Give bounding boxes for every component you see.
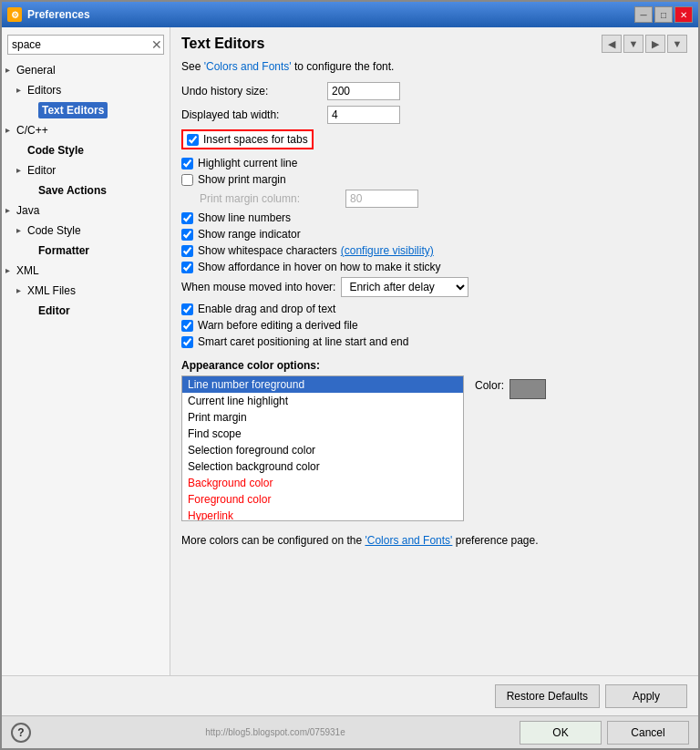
configure-visibility-link[interactable]: (configure visibility) [341,244,434,257]
smart-caret-label: Smart caret positioning at line start an… [198,335,408,348]
panel-header: Text Editors ◀ ▼ ▶ ▼ [181,35,687,53]
tree-arrow-general: ▸ [5,62,16,78]
color-item-find-scope[interactable]: Find scope [182,426,463,442]
maximize-button[interactable]: □ [654,6,673,23]
color-item-line-number-fg[interactable]: Line number foreground [182,376,463,393]
warn-derived-checkbox[interactable] [181,320,193,332]
tree-item-code-style[interactable]: Code Style [2,140,170,160]
minimize-button[interactable]: ─ [634,6,653,23]
smart-caret-row[interactable]: Smart caret positioning at line start an… [181,335,687,348]
tree-label-cpp: C/C++ [16,122,48,139]
main-content: ✕ ▸ General ▸ Editors [2,27,698,675]
nav-buttons: ◀ ▼ ▶ ▼ [602,35,687,53]
search-clear-icon[interactable]: ✕ [151,37,162,52]
color-list[interactable]: Line number foreground Current line high… [181,375,464,521]
tree-arrow-xml-files: ▸ [16,283,27,299]
footer-bar: ? http://blog5.blogspot.com/075931e OK C… [2,715,698,748]
color-box[interactable] [510,379,546,399]
color-item-fg[interactable]: Foreground color [182,491,463,508]
show-line-numbers-checkbox[interactable] [181,212,193,224]
tree-label-java: Java [16,202,39,219]
tree-item-general[interactable]: ▸ General [2,60,170,80]
tree-item-java[interactable]: ▸ Java [2,200,170,221]
tree-item-formatter[interactable]: Formatter [2,241,170,261]
colors-fonts-link1[interactable]: 'Colors and Fonts' [204,60,292,73]
ok-button[interactable]: OK [520,721,602,745]
color-item-selection-bg[interactable]: Selection background color [182,458,463,475]
highlight-line-row[interactable]: Highlight current line [181,157,687,170]
nav-back-button[interactable]: ◀ [602,35,622,53]
color-item-bg[interactable]: Background color [182,475,463,491]
colors-fonts-link2[interactable]: 'Colors and Fonts' [365,534,452,547]
color-item-print-margin[interactable]: Print margin [182,409,463,426]
nav-forward-button[interactable]: ▶ [645,35,665,53]
tree-item-text-editors[interactable]: Text Editors [2,100,170,120]
highlight-line-label: Highlight current line [198,157,297,170]
tree-arrow-editors: ▸ [16,82,27,98]
show-line-numbers-label: Show line numbers [198,211,291,224]
footer-buttons: OK Cancel [520,721,689,745]
show-affordance-row[interactable]: Show affordance in hover on how to make … [181,261,687,273]
hover-select[interactable]: Enrich after delay Never enrich Enrich i… [341,277,468,297]
cancel-button[interactable]: Cancel [607,721,689,745]
tree-item-editors[interactable]: ▸ Editors [2,80,170,100]
show-line-numbers-row[interactable]: Show line numbers [181,211,687,224]
close-button[interactable]: ✕ [674,6,693,23]
show-print-margin-row[interactable]: Show print margin [181,173,687,186]
tree-item-editor[interactable]: ▸ Editor [2,160,170,180]
tree-item-save-actions[interactable]: Save Actions [2,180,170,200]
show-affordance-label: Show affordance in hover on how to make … [198,261,441,273]
color-item-hyperlink[interactable]: Hyperlink [182,508,463,521]
tree-label-text-editors: Text Editors [38,102,108,118]
tree-label-xml: XML [16,262,39,279]
undo-input[interactable] [327,82,400,100]
tree-label-xml-files: XML Files [27,283,76,299]
tree-item-xml-files[interactable]: ▸ XML Files [2,281,170,301]
tree-item-xml-editor[interactable]: Editor [2,301,170,321]
search-box: ✕ [7,35,164,55]
print-margin-col-label: Print margin column: [200,192,345,205]
show-print-margin-checkbox[interactable] [181,174,193,186]
color-item-selection-fg[interactable]: Selection foreground color [182,442,463,458]
undo-label: Undo history size: [181,85,327,98]
nav-dropdown-button[interactable]: ▼ [623,35,643,53]
tree: ▸ General ▸ Editors [2,58,170,672]
drag-drop-checkbox[interactable] [181,303,193,315]
insert-spaces-row[interactable]: Insert spaces for tabs [181,129,314,149]
print-margin-col-input[interactable] [345,190,418,208]
show-affordance-checkbox[interactable] [181,262,193,273]
preferences-window: ⚙ Preferences ─ □ ✕ ✕ ▸ General [0,0,700,750]
bottom-bar: Restore Defaults Apply [2,675,698,715]
show-whitespace-row[interactable]: Show whitespace characters (configure vi… [181,244,687,257]
restore-defaults-button[interactable]: Restore Defaults [495,684,600,708]
tree-label-editors: Editors [27,82,61,98]
tree-arrow-java-code-style: ▸ [16,222,27,239]
show-range-checkbox[interactable] [181,229,193,241]
tree-label-editor: Editor [27,162,56,179]
insert-spaces-checkbox[interactable] [187,134,199,146]
show-whitespace-label: Show whitespace characters [198,244,337,257]
tree-item-xml[interactable]: ▸ XML [2,261,170,281]
more-colors-text: More colors can be configured on the 'Co… [181,534,687,547]
show-whitespace-checkbox[interactable] [181,245,193,257]
apply-button[interactable]: Apply [605,684,687,708]
hover-row: When mouse moved into hover: Enrich afte… [181,277,687,297]
tree-label-code-style: Code Style [27,142,84,159]
tree-arrow-java: ▸ [5,202,16,219]
tree-item-java-code-style[interactable]: ▸ Code Style [2,221,170,241]
show-range-row[interactable]: Show range indicator [181,228,687,241]
nav-forward-dropdown-button[interactable]: ▼ [667,35,687,53]
tree-label-save-actions: Save Actions [38,182,107,199]
help-button[interactable]: ? [11,723,31,743]
drag-drop-row[interactable]: Enable drag and drop of text [181,303,687,315]
color-item-current-line[interactable]: Current line highlight [182,393,463,409]
hover-label: When mouse moved into hover: [181,281,335,293]
tab-width-input[interactable] [327,106,400,124]
tree-item-cpp[interactable]: ▸ C/C++ [2,120,170,140]
window-title: Preferences [27,8,634,21]
tab-width-label: Displayed tab width: [181,108,327,121]
smart-caret-checkbox[interactable] [181,336,193,348]
warn-derived-row[interactable]: Warn before editing a derived file [181,319,687,332]
search-input[interactable] [7,35,164,55]
highlight-line-checkbox[interactable] [181,158,193,170]
